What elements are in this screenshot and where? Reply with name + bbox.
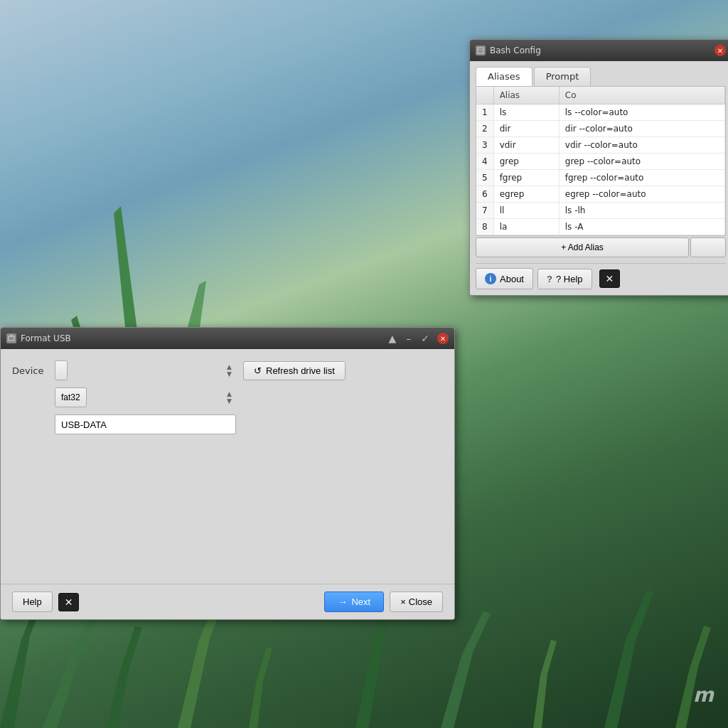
footer-left: Help ✕ bbox=[12, 592, 79, 612]
titlebar-left: Format USB bbox=[6, 333, 71, 343]
desktop: m Format USB ▲ – ✓ ✕ Device bbox=[0, 0, 728, 728]
table-row[interactable]: 1 ls ls --color=auto bbox=[476, 105, 725, 121]
row-num: 6 bbox=[476, 186, 493, 203]
window-close-btn[interactable]: ✕ bbox=[437, 333, 449, 344]
next-arrow-icon: → bbox=[338, 596, 347, 607]
col-alias-header: Alias bbox=[493, 87, 559, 105]
table-row[interactable]: 2 dir dir --color=auto bbox=[476, 121, 725, 137]
close-button[interactable]: × Close bbox=[390, 592, 443, 612]
row-num: 5 bbox=[476, 170, 493, 186]
alias-name: ls bbox=[493, 105, 559, 121]
tab-aliases[interactable]: Aliases bbox=[476, 67, 532, 86]
label-input[interactable] bbox=[55, 414, 236, 434]
format-usb-footer: Help ✕ → Next × Close bbox=[1, 584, 454, 619]
format-usb-title: Format USB bbox=[21, 333, 71, 343]
refresh-icon: ↺ bbox=[254, 365, 262, 376]
help2-button[interactable]: ? ? Help bbox=[537, 269, 592, 289]
row-num: 7 bbox=[476, 203, 493, 219]
question-icon: ? bbox=[547, 274, 552, 284]
alias-command: ls -lh bbox=[559, 203, 724, 219]
alias-command: egrep --color=auto bbox=[559, 186, 724, 203]
watermark: m bbox=[693, 683, 714, 707]
filesystem-row: fat32 ext4 ntfs ▲▼ bbox=[55, 387, 443, 407]
bash-config-footer: i About ? ? Help ✕ bbox=[476, 263, 726, 289]
bash-window-icon bbox=[476, 46, 486, 55]
alias-command: vdir --color=auto bbox=[559, 137, 724, 154]
refresh-label: Refresh drive list bbox=[266, 365, 335, 376]
bash-x-icon: ✕ bbox=[606, 273, 614, 284]
col-num-header bbox=[476, 87, 493, 105]
alias-name: vdir bbox=[493, 137, 559, 154]
bash-config-titlebar: Bash Config ✕ bbox=[470, 40, 728, 61]
filesystem-select-wrapper: fat32 ext4 ntfs ▲▼ bbox=[55, 387, 236, 407]
bash-config-body: Aliases Prompt Alias Co 1 ls l bbox=[470, 61, 728, 295]
alias-command: ls -A bbox=[559, 219, 724, 235]
device-select-wrapper: ▲▼ bbox=[55, 360, 236, 380]
row-num: 8 bbox=[476, 219, 493, 235]
add-alias-bar: + Add Alias bbox=[476, 237, 726, 257]
table-row[interactable]: 4 grep grep --color=auto bbox=[476, 154, 725, 170]
filesystem-arrow-icon: ▲▼ bbox=[227, 390, 232, 405]
alias-name: ll bbox=[493, 203, 559, 219]
add-alias-extra-button[interactable] bbox=[690, 237, 726, 257]
table-row[interactable]: 5 fgrep fgrep --color=auto bbox=[476, 170, 725, 186]
alias-name: la bbox=[493, 219, 559, 235]
bash-config-window: Bash Config ✕ Aliases Prompt Alias bbox=[469, 39, 728, 296]
table-row[interactable]: 7 ll ls -lh bbox=[476, 203, 725, 219]
select-arrow-icon: ▲▼ bbox=[227, 363, 232, 378]
tab-prompt[interactable]: Prompt bbox=[534, 67, 592, 86]
refresh-button[interactable]: ↺ Refresh drive list bbox=[243, 361, 346, 380]
alias-name: fgrep bbox=[493, 170, 559, 186]
add-alias-button[interactable]: + Add Alias bbox=[476, 237, 689, 257]
next-button[interactable]: → Next bbox=[324, 592, 384, 612]
alias-command: ls --color=auto bbox=[559, 105, 724, 121]
device-select[interactable] bbox=[55, 360, 68, 380]
filesystem-select[interactable]: fat32 ext4 ntfs bbox=[55, 387, 87, 407]
close-label: Close bbox=[409, 596, 432, 607]
alias-command: fgrep --color=auto bbox=[559, 170, 724, 186]
minimize-btn[interactable]: – bbox=[404, 333, 413, 344]
bash-config-title: Bash Config bbox=[490, 46, 541, 55]
info-icon: i bbox=[485, 273, 496, 284]
about-label: About bbox=[500, 274, 524, 284]
alias-command: dir --color=auto bbox=[559, 121, 724, 137]
bash-x-button[interactable]: ✕ bbox=[599, 269, 621, 288]
window-icon bbox=[6, 333, 16, 343]
row-num: 4 bbox=[476, 154, 493, 170]
row-num: 3 bbox=[476, 137, 493, 154]
row-num: 2 bbox=[476, 121, 493, 137]
next-label: Next bbox=[351, 596, 370, 607]
titlebar-controls: ▲ – ✓ ✕ bbox=[386, 333, 449, 344]
svg-rect-1 bbox=[10, 335, 13, 337]
table-row[interactable]: 8 la ls -A bbox=[476, 219, 725, 235]
label-row bbox=[55, 414, 443, 434]
device-row: Device ▲▼ ↺ Refresh drive list bbox=[12, 360, 443, 380]
alias-table: Alias Co 1 ls ls --color=auto 2 dir dir … bbox=[476, 87, 725, 235]
svg-rect-2 bbox=[478, 48, 483, 53]
bash-titlebar-left: Bash Config bbox=[476, 46, 541, 55]
maximize-btn[interactable]: ✓ bbox=[419, 333, 432, 344]
help-button[interactable]: Help bbox=[12, 592, 53, 612]
about-button[interactable]: i About bbox=[476, 268, 533, 289]
table-row[interactable]: 6 egrep egrep --color=auto bbox=[476, 186, 725, 203]
bash-close-btn[interactable]: ✕ bbox=[714, 45, 726, 56]
format-usb-body: Device ▲▼ ↺ Refresh drive list fat32 ext bbox=[1, 349, 454, 619]
table-row[interactable]: 3 vdir vdir --color=auto bbox=[476, 137, 725, 154]
alias-name: egrep bbox=[493, 186, 559, 203]
alias-name: dir bbox=[493, 121, 559, 137]
upload-btn[interactable]: ▲ bbox=[386, 333, 398, 344]
col-command-header: Co bbox=[559, 87, 724, 105]
table-header-row: Alias Co bbox=[476, 87, 725, 105]
help2-label: ? Help bbox=[556, 274, 583, 284]
close-x-icon: × bbox=[400, 596, 406, 607]
alias-table-container: Alias Co 1 ls ls --color=auto 2 dir dir … bbox=[476, 86, 726, 236]
format-usb-titlebar: Format USB ▲ – ✓ ✕ bbox=[1, 328, 454, 349]
alias-name: grep bbox=[493, 154, 559, 170]
bash-titlebar-controls: ✕ bbox=[714, 45, 726, 56]
x-icon: ✕ bbox=[65, 596, 73, 608]
row-num: 1 bbox=[476, 105, 493, 121]
format-usb-window: Format USB ▲ – ✓ ✕ Device ▲▼ ↺ bbox=[0, 327, 455, 620]
tab-bar: Aliases Prompt bbox=[476, 67, 726, 86]
x-button[interactable]: ✕ bbox=[58, 593, 80, 611]
device-label: Device bbox=[12, 365, 48, 376]
